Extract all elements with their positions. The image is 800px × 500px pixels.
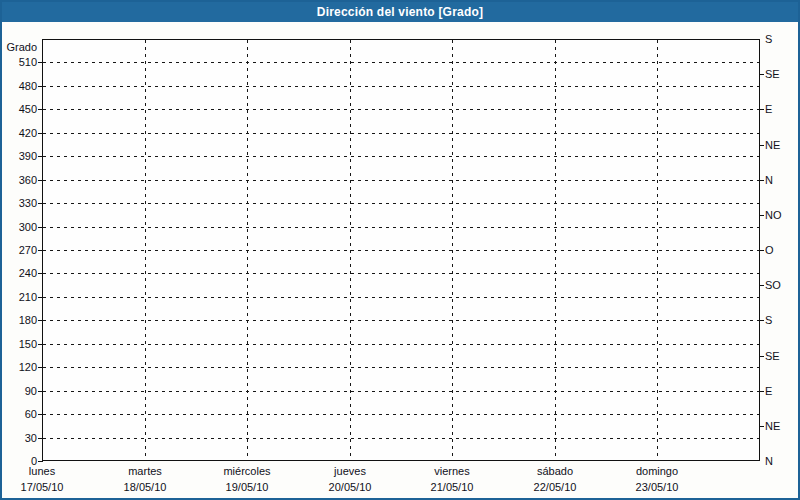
y-axis-tick bbox=[38, 180, 43, 181]
y-axis-tick bbox=[38, 391, 43, 392]
compass-label: O bbox=[765, 244, 774, 256]
x-date-label: 19/05/10 bbox=[226, 481, 269, 494]
y-gridline bbox=[43, 62, 759, 63]
chart-title: Dirección del viento [Grado] bbox=[2, 2, 798, 22]
y-axis-tick bbox=[38, 109, 43, 110]
y-axis-tick bbox=[38, 297, 43, 298]
x-gridline bbox=[145, 40, 146, 460]
compass-label: S bbox=[765, 33, 772, 45]
x-day-label: lunes bbox=[29, 465, 55, 478]
y-axis-tick bbox=[38, 344, 43, 345]
y-gridline bbox=[43, 133, 759, 134]
x-gridline bbox=[657, 40, 658, 460]
y-gridline bbox=[43, 414, 759, 415]
y-axis-tick bbox=[38, 320, 43, 321]
y-axis-tick bbox=[38, 133, 43, 134]
y-axis-tick bbox=[38, 62, 43, 63]
y-axis-tick bbox=[38, 156, 43, 157]
y-axis-tick bbox=[38, 86, 43, 87]
y-tick-label: 150 bbox=[2, 338, 37, 350]
y-gridline bbox=[43, 367, 759, 368]
compass-label: E bbox=[765, 385, 772, 397]
y-axis-unit-label: Grado bbox=[2, 41, 37, 53]
y-axis-tick bbox=[38, 414, 43, 415]
y-gridline bbox=[43, 250, 759, 251]
x-date-label: 20/05/10 bbox=[329, 481, 372, 494]
y-tick-label: 360 bbox=[2, 174, 37, 186]
compass-label: SE bbox=[765, 68, 780, 80]
x-day-label: martes bbox=[128, 465, 162, 478]
compass-tick bbox=[759, 356, 764, 357]
y-tick-label: 390 bbox=[2, 150, 37, 162]
y-axis-tick bbox=[38, 367, 43, 368]
y-gridline bbox=[43, 320, 759, 321]
y-axis-tick bbox=[38, 203, 43, 204]
x-gridline bbox=[452, 40, 453, 460]
x-gridline bbox=[555, 40, 556, 460]
x-day-label: jueves bbox=[334, 465, 366, 478]
x-day-label: miércoles bbox=[223, 465, 270, 478]
y-gridline bbox=[43, 344, 759, 345]
y-tick-label: 510 bbox=[2, 56, 37, 68]
y-tick-label: 120 bbox=[2, 361, 37, 373]
y-tick-label: 180 bbox=[2, 314, 37, 326]
x-day-label: domingo bbox=[636, 465, 678, 478]
compass-tick bbox=[759, 250, 764, 251]
x-date-label: 18/05/10 bbox=[124, 481, 167, 494]
y-tick-label: 330 bbox=[2, 197, 37, 209]
compass-tick bbox=[759, 391, 764, 392]
compass-tick bbox=[759, 109, 764, 110]
y-axis-tick bbox=[38, 273, 43, 274]
y-tick-label: 210 bbox=[2, 291, 37, 303]
x-date-label: 22/05/10 bbox=[534, 481, 577, 494]
y-gridline bbox=[43, 227, 759, 228]
compass-label: NO bbox=[765, 209, 782, 221]
compass-label: SE bbox=[765, 350, 780, 362]
x-date-label: 23/05/10 bbox=[636, 481, 679, 494]
compass-label: N bbox=[765, 455, 773, 467]
y-tick-label: 270 bbox=[2, 244, 37, 256]
compass-tick bbox=[759, 145, 764, 146]
compass-label: NE bbox=[765, 420, 780, 432]
compass-tick bbox=[759, 285, 764, 286]
compass-tick bbox=[759, 426, 764, 427]
title-bar: Dirección del viento [Grado] bbox=[2, 2, 798, 22]
compass-tick bbox=[759, 74, 764, 75]
x-day-label: viernes bbox=[434, 465, 469, 478]
x-gridline bbox=[247, 40, 248, 460]
compass-label: SO bbox=[765, 279, 781, 291]
compass-label: E bbox=[765, 103, 772, 115]
y-gridline bbox=[43, 109, 759, 110]
y-gridline bbox=[43, 86, 759, 87]
window-frame: Dirección del viento [Grado] Grado 03060… bbox=[0, 0, 800, 500]
y-axis-tick bbox=[38, 438, 43, 439]
y-tick-label: 60 bbox=[2, 408, 37, 420]
x-day-label: sábado bbox=[537, 465, 573, 478]
compass-tick bbox=[759, 180, 764, 181]
y-gridline bbox=[43, 391, 759, 392]
compass-label: NE bbox=[765, 139, 780, 151]
y-axis-tick bbox=[38, 250, 43, 251]
y-gridline bbox=[43, 203, 759, 204]
y-tick-label: 480 bbox=[2, 80, 37, 92]
y-tick-label: 240 bbox=[2, 267, 37, 279]
compass-label: N bbox=[765, 174, 773, 186]
y-gridline bbox=[43, 438, 759, 439]
y-tick-label: 90 bbox=[2, 385, 37, 397]
compass-tick bbox=[759, 215, 764, 216]
y-axis-tick bbox=[38, 461, 43, 462]
y-tick-label: 420 bbox=[2, 127, 37, 139]
y-axis-tick bbox=[38, 227, 43, 228]
compass-label: S bbox=[765, 314, 772, 326]
x-gridline bbox=[350, 40, 351, 460]
y-gridline bbox=[43, 156, 759, 157]
y-tick-label: 450 bbox=[2, 103, 37, 115]
y-gridline bbox=[43, 273, 759, 274]
x-date-label: 21/05/10 bbox=[431, 481, 474, 494]
y-gridline bbox=[43, 180, 759, 181]
y-gridline bbox=[43, 297, 759, 298]
y-tick-label: 30 bbox=[2, 432, 37, 444]
x-date-label: 17/05/10 bbox=[21, 481, 64, 494]
y-tick-label: 300 bbox=[2, 221, 37, 233]
compass-tick bbox=[759, 320, 764, 321]
